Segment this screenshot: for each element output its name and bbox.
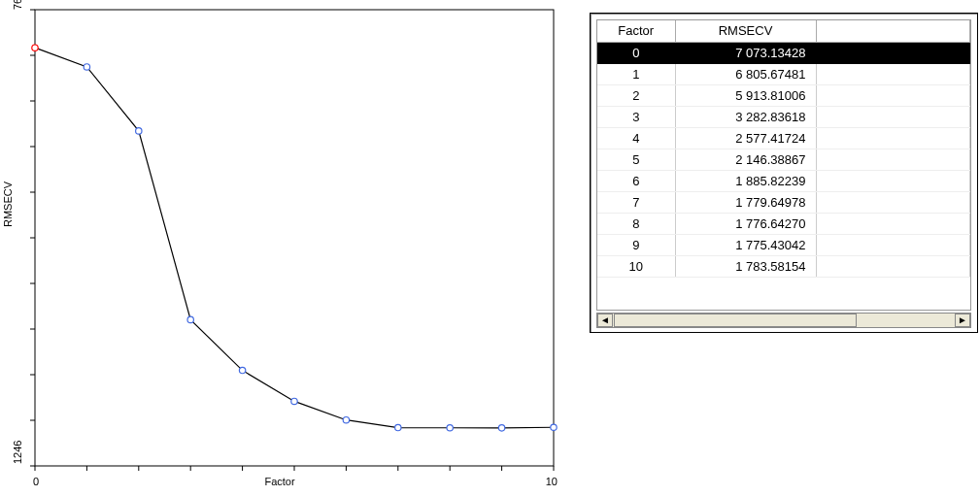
cell-empty xyxy=(816,255,970,277)
chart-svg xyxy=(0,0,559,496)
cell-rmsecv: 6 805.67481 xyxy=(675,63,816,84)
scroll-right-button[interactable]: ► xyxy=(955,314,970,327)
cell-rmsecv: 1 783.58154 xyxy=(675,255,816,277)
scroll-left-button[interactable]: ◄ xyxy=(597,314,613,327)
cell-empty xyxy=(816,42,970,63)
cell-factor: 6 xyxy=(597,170,675,191)
chart-marker xyxy=(32,45,38,50)
y-tick-min: 1246 xyxy=(12,441,23,464)
cell-rmsecv: 1 776.64270 xyxy=(675,213,816,234)
table-row[interactable]: 101 783.58154 xyxy=(597,255,970,277)
table-row[interactable]: 61 885.82239 xyxy=(597,170,970,191)
cell-rmsecv: 2 577.41724 xyxy=(675,127,816,149)
cell-factor: 1 xyxy=(597,63,675,84)
cell-rmsecv: 1 885.82239 xyxy=(675,170,816,191)
cell-rmsecv: 3 282.83618 xyxy=(675,106,816,127)
cell-factor: 8 xyxy=(597,213,675,234)
cell-empty xyxy=(816,149,970,170)
chart-marker xyxy=(498,425,504,431)
horizontal-scrollbar[interactable]: ◄ ► xyxy=(596,313,971,328)
cell-factor: 10 xyxy=(597,255,675,277)
chart-marker xyxy=(447,425,453,431)
cell-empty xyxy=(816,191,970,213)
chart-marker xyxy=(84,64,89,70)
rmsecv-chart: 7603 1246 RMSECV 0 Factor 10 xyxy=(0,0,559,496)
chart-marker xyxy=(343,416,349,422)
x-axis-label: Factor xyxy=(264,476,294,487)
chart-marker xyxy=(395,424,401,430)
plot-frame xyxy=(35,10,554,466)
cell-factor: 5 xyxy=(597,149,675,170)
chart-marker xyxy=(136,128,142,134)
cell-empty xyxy=(816,63,970,84)
cell-empty xyxy=(816,170,970,191)
cell-rmsecv: 7 073.13428 xyxy=(675,42,816,63)
y-axis-label: RMSECV xyxy=(2,182,14,227)
table-row[interactable]: 16 805.67481 xyxy=(597,63,970,84)
table-row[interactable]: 33 282.83618 xyxy=(597,106,970,127)
table-row[interactable]: 25 913.81006 xyxy=(597,84,970,106)
table-row[interactable]: 52 146.38867 xyxy=(597,149,970,170)
cell-factor: 7 xyxy=(597,191,675,213)
col-header-factor[interactable]: Factor xyxy=(597,20,675,42)
col-header-rmsecv[interactable]: RMSECV xyxy=(675,20,816,42)
chart-marker xyxy=(239,367,245,373)
cell-rmsecv: 2 146.38867 xyxy=(675,149,816,170)
table-row[interactable]: 42 577.41724 xyxy=(597,127,970,149)
cell-factor: 3 xyxy=(597,106,675,127)
cell-factor: 4 xyxy=(597,127,675,149)
cell-rmsecv: 1 775.43042 xyxy=(675,234,816,255)
cell-empty xyxy=(816,213,970,234)
table-row[interactable]: 07 073.13428 xyxy=(597,42,970,63)
chart-marker xyxy=(291,398,297,404)
cell-factor: 0 xyxy=(597,42,675,63)
cell-empty xyxy=(816,84,970,106)
table-header-row: Factor RMSECV xyxy=(597,20,970,42)
cell-rmsecv: 5 913.81006 xyxy=(675,84,816,106)
cell-rmsecv: 1 779.64978 xyxy=(675,191,816,213)
col-header-empty xyxy=(816,20,970,42)
cell-empty xyxy=(816,234,970,255)
x-tick-max: 10 xyxy=(546,476,558,487)
chart-marker xyxy=(187,316,193,322)
rmsecv-table-panel: Factor RMSECV 07 073.1342816 805.6748125… xyxy=(590,13,978,333)
x-tick-min: 0 xyxy=(33,476,39,487)
stage: 7603 1246 RMSECV 0 Factor 10 Factor RMSE… xyxy=(0,0,980,496)
table-row[interactable]: 91 775.43042 xyxy=(597,234,970,255)
y-tick-max: 7603 xyxy=(12,0,23,10)
cell-empty xyxy=(816,127,970,149)
chart-marker xyxy=(551,424,557,430)
cell-empty xyxy=(816,106,970,127)
cell-factor: 9 xyxy=(597,234,675,255)
scroll-thumb[interactable] xyxy=(614,314,857,327)
rmsecv-table: Factor RMSECV 07 073.1342816 805.6748125… xyxy=(597,20,970,278)
table-row[interactable]: 81 776.64270 xyxy=(597,213,970,234)
cell-factor: 2 xyxy=(597,84,675,106)
rmsecv-table-scroll[interactable]: Factor RMSECV 07 073.1342816 805.6748125… xyxy=(596,19,971,311)
table-row[interactable]: 71 779.64978 xyxy=(597,191,970,213)
